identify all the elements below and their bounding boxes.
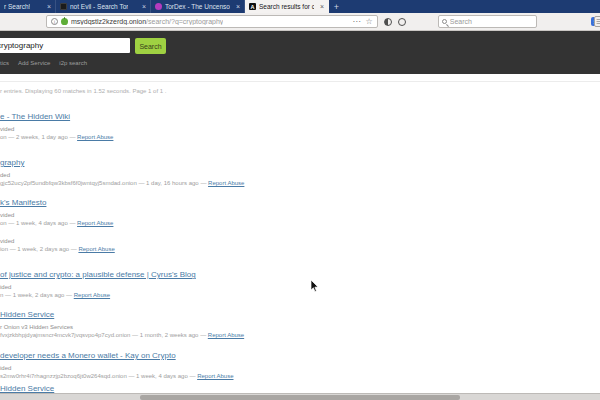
new-tab-button[interactable]: + [329,0,344,13]
result-description: vided [0,238,115,244]
result-url: fvxjzkbhpjdyajmsncr4mcvk7jvqsvpo4p7cyd.o… [0,332,130,338]
header-link-add-service[interactable]: Add Service [18,60,50,66]
header-link-statistics[interactable]: tics [0,60,9,66]
result-meta: n — 1 week, 2 days ago — Report Abuse [0,292,196,298]
query-input[interactable] [0,38,130,53]
tab-close-icon[interactable]: × [139,3,146,10]
url-host: msydqstlz2kzerdg.onion [71,18,146,25]
results-stats-line: r entries. Displaying 60 matches in 1.52… [0,88,166,94]
horizontal-scrollbar-thumb[interactable] [140,395,460,400]
tab-label: TorDex - The Uncensored Tor Se [165,3,230,10]
result-description: vided [0,212,113,218]
bookmark-star-icon[interactable]: ☆ [366,17,373,26]
search-result: developer needs a Monero wallet - Kay on… [0,351,234,379]
notevil-favicon-icon [60,3,67,10]
header-divider [0,81,600,82]
search-result: Hidden Service r Onion v3 Hidden Service… [0,310,244,338]
site-header: Search tics Add Service i2p search [0,31,600,74]
tab-label: r Search! [4,3,30,10]
result-description: ided [0,365,234,371]
report-abuse-link[interactable]: Report Abuse [197,373,233,379]
report-abuse-link[interactable]: Report Abuse [74,292,110,298]
onion-circuit-icon[interactable] [61,18,68,25]
result-url: ion [0,246,8,252]
result-url: n [0,292,3,298]
url-bar[interactable]: i msydqstlz2kzerdg.onion/search/?q=crypt… [46,15,378,28]
navigation-toolbar: i msydqstlz2kzerdg.onion/search/?q=crypt… [0,13,600,31]
search-button[interactable]: Search [135,38,166,54]
result-description: vided [0,126,113,132]
result-url: s2mw0rhr4i7rhagnzzjp2bzoq6jt0w264sqd.oni… [0,373,127,379]
result-meta: fvxjzkbhpjdyajmsncr4mcvk7jvqsvpo4p7cyd.o… [0,332,244,338]
tordex-favicon-icon [155,3,162,10]
result-description: ided [0,284,196,290]
result-title-link[interactable]: Hidden Service [0,384,54,393]
circle-outline-icon[interactable] [398,18,406,26]
result-meta: ion — 1 week, 2 days ago — Report Abuse [0,246,115,252]
search-result: vided ion — 1 week, 2 days ago — Report … [0,238,115,252]
tab-search-results-active[interactable]: A Search results for cryptography × [245,0,329,13]
tab-bar: r Search! × not Evil - Search Tor × TorD… [0,0,600,13]
result-title-link[interactable]: k's Manifesto [0,198,113,207]
search-result: k's Manifesto vided on — 1 week, 4 days … [0,198,113,226]
result-age: 2 weeks, 1 day ago [16,134,68,140]
page-actions-icon[interactable]: ⋯ [353,17,361,26]
result-url: on [0,220,7,226]
url-path: /search/?q=cryptography [146,18,223,25]
header-link-i2p-search[interactable]: i2p search [59,60,87,66]
search-result: Hidden Service [0,384,54,393]
tab-tor-search[interactable]: r Search! × [0,0,56,13]
search-result: graphy ded gjc52ucy2pf5undbfqw3kbsf6f0jw… [0,158,244,186]
report-abuse-link[interactable]: Report Abuse [208,332,244,338]
result-url: gjc52ucy2pf5undbfqw3kbsf6f0jwntqyj5smdad… [0,180,137,186]
result-url: on [0,134,7,140]
search-result: of justice and crypto: a plausible defen… [0,270,196,298]
tab-tordex[interactable]: TorDex - The Uncensored Tor Se × [151,0,245,13]
tab-close-icon[interactable]: × [233,3,240,10]
report-abuse-link[interactable]: Report Abuse [77,134,113,140]
browser-search-input[interactable] [450,18,530,25]
result-title-link[interactable]: graphy [0,158,244,167]
mouse-cursor [310,280,319,293]
report-abuse-link[interactable]: Report Abuse [77,220,113,226]
result-meta: s2mw0rhr4i7rhagnzzjp2bzoq6jt0w264sqd.oni… [0,373,234,379]
result-description: r Onion v3 Hidden Services [0,324,244,330]
result-title-link[interactable]: e - The Hidden Wiki [0,112,113,121]
search-result: e - The Hidden Wiki vided on — 2 weeks, … [0,112,113,140]
result-age: 1 month, 2 weeks ago [140,332,199,338]
tab-label: Search results for cryptography [259,3,314,10]
tab-not-evil[interactable]: not Evil - Search Tor × [56,0,151,13]
browser-search-box[interactable] [438,15,537,28]
result-title-link[interactable]: developer needs a Monero wallet - Kay on… [0,351,234,360]
result-age: 1 week, 2 days ago [17,246,69,252]
result-meta: gjc52ucy2pf5undbfqw3kbsf6f0jwntqyj5smdad… [0,180,244,186]
toolbar-buttons [384,18,406,26]
result-meta: on — 1 week, 4 days ago — Report Abuse [0,220,113,226]
menu-icon[interactable]: ☰ [594,16,600,27]
result-age: 1 day, 16 hours ago [146,180,199,186]
result-age: 1 week, 4 days ago [136,373,188,379]
horizontal-scrollbar[interactable] [0,393,600,400]
tab-close-icon[interactable]: × [44,3,51,10]
result-title-link[interactable]: Hidden Service [0,310,244,319]
ahmia-favicon-icon: A [249,3,256,10]
result-description: ded [0,172,244,178]
result-age: 1 week, 2 days ago [13,292,65,298]
search-icon [442,19,447,24]
result-title-link[interactable]: of justice and crypto: a plausible defen… [0,270,196,279]
report-abuse-link[interactable]: Report Abuse [78,246,114,252]
tab-close-icon[interactable]: × [317,3,324,10]
result-age: 1 week, 4 days ago [16,220,68,226]
url-text: msydqstlz2kzerdg.onion/search/?q=cryptog… [71,18,223,25]
half-circle-icon[interactable] [384,18,392,26]
result-meta: on — 2 weeks, 1 day ago — Report Abuse [0,134,113,140]
header-links: tics Add Service i2p search [0,60,87,66]
site-info-icon[interactable]: i [51,18,58,25]
tab-label: not Evil - Search Tor [70,3,128,10]
report-abuse-link[interactable]: Report Abuse [208,180,244,186]
